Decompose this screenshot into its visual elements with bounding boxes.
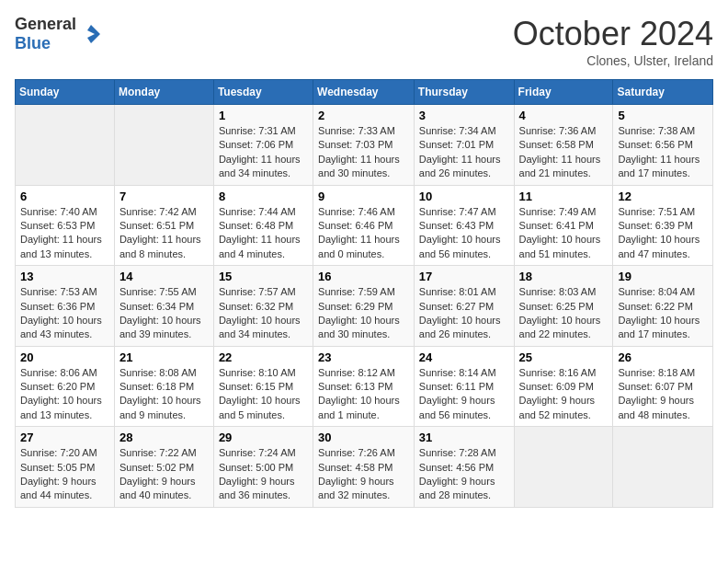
day-info: Sunrise: 8:04 AM Sunset: 6:22 PM Dayligh…	[618, 285, 708, 342]
header-monday: Monday	[114, 80, 213, 105]
calendar-cell: 29Sunrise: 7:24 AM Sunset: 5:00 PM Dayli…	[213, 427, 313, 508]
day-info: Sunrise: 7:59 AM Sunset: 6:29 PM Dayligh…	[318, 285, 409, 342]
calendar-cell	[114, 105, 213, 186]
day-info: Sunrise: 7:38 AM Sunset: 6:56 PM Dayligh…	[618, 124, 708, 181]
calendar-cell: 22Sunrise: 8:10 AM Sunset: 6:15 PM Dayli…	[213, 346, 313, 427]
day-number: 22	[219, 350, 308, 364]
calendar-cell: 26Sunrise: 8:18 AM Sunset: 6:07 PM Dayli…	[613, 346, 713, 427]
calendar-cell: 23Sunrise: 8:12 AM Sunset: 6:13 PM Dayli…	[313, 346, 415, 427]
day-info: Sunrise: 7:47 AM Sunset: 6:43 PM Dayligh…	[419, 205, 509, 262]
calendar-cell: 7Sunrise: 7:42 AM Sunset: 6:51 PM Daylig…	[114, 185, 213, 266]
page-header: General Blue October 2024 Clones, Ulster…	[15, 15, 713, 68]
header-thursday: Thursday	[414, 80, 514, 105]
day-info: Sunrise: 7:53 AM Sunset: 6:36 PM Dayligh…	[20, 285, 109, 342]
logo-general: General	[15, 15, 76, 33]
day-info: Sunrise: 7:49 AM Sunset: 6:41 PM Dayligh…	[519, 205, 609, 262]
day-info: Sunrise: 7:55 AM Sunset: 6:34 PM Dayligh…	[119, 285, 209, 342]
day-number: 13	[20, 270, 109, 283]
calendar-week-5: 27Sunrise: 7:20 AM Sunset: 5:05 PM Dayli…	[16, 427, 713, 508]
header-wednesday: Wednesday	[313, 80, 415, 105]
day-number: 8	[219, 190, 308, 203]
calendar-cell: 6Sunrise: 7:40 AM Sunset: 6:53 PM Daylig…	[16, 185, 115, 266]
calendar-cell	[514, 427, 613, 508]
month-title: October 2024	[513, 15, 713, 53]
calendar-cell: 19Sunrise: 8:04 AM Sunset: 6:22 PM Dayli…	[613, 266, 713, 347]
calendar-table: SundayMondayTuesdayWednesdayThursdayFrid…	[15, 79, 713, 508]
day-info: Sunrise: 7:26 AM Sunset: 4:58 PM Dayligh…	[318, 446, 409, 503]
day-info: Sunrise: 7:46 AM Sunset: 6:46 PM Dayligh…	[318, 205, 409, 262]
day-number: 28	[119, 431, 209, 444]
day-info: Sunrise: 7:31 AM Sunset: 7:06 PM Dayligh…	[219, 124, 308, 181]
day-info: Sunrise: 8:08 AM Sunset: 6:18 PM Dayligh…	[119, 366, 209, 423]
day-number: 4	[519, 109, 609, 122]
calendar-cell: 1Sunrise: 7:31 AM Sunset: 7:06 PM Daylig…	[213, 105, 313, 186]
day-number: 19	[618, 270, 708, 283]
calendar-week-1: 1Sunrise: 7:31 AM Sunset: 7:06 PM Daylig…	[16, 105, 713, 186]
day-number: 11	[519, 190, 609, 203]
day-number: 17	[419, 270, 509, 283]
day-number: 5	[618, 109, 708, 122]
day-info: Sunrise: 7:20 AM Sunset: 5:05 PM Dayligh…	[20, 446, 109, 503]
day-info: Sunrise: 7:44 AM Sunset: 6:48 PM Dayligh…	[219, 205, 308, 262]
day-number: 31	[419, 431, 509, 444]
day-info: Sunrise: 7:33 AM Sunset: 7:03 PM Dayligh…	[318, 124, 409, 181]
header-friday: Friday	[514, 80, 613, 105]
header-sunday: Sunday	[16, 80, 115, 105]
location-subtitle: Clones, Ulster, Ireland	[513, 53, 713, 68]
day-info: Sunrise: 8:12 AM Sunset: 6:13 PM Dayligh…	[318, 366, 409, 423]
day-info: Sunrise: 7:22 AM Sunset: 5:02 PM Dayligh…	[119, 446, 209, 503]
calendar-cell: 4Sunrise: 7:36 AM Sunset: 6:58 PM Daylig…	[514, 105, 613, 186]
day-number: 7	[119, 190, 209, 203]
calendar-cell: 12Sunrise: 7:51 AM Sunset: 6:39 PM Dayli…	[613, 185, 713, 266]
day-number: 24	[419, 350, 509, 364]
day-info: Sunrise: 7:42 AM Sunset: 6:51 PM Dayligh…	[119, 205, 209, 262]
day-number: 14	[119, 270, 209, 283]
day-number: 26	[618, 350, 708, 364]
calendar-cell: 27Sunrise: 7:20 AM Sunset: 5:05 PM Dayli…	[16, 427, 115, 508]
day-info: Sunrise: 7:51 AM Sunset: 6:39 PM Dayligh…	[618, 205, 708, 262]
day-number: 29	[219, 431, 308, 444]
logo: General Blue	[15, 15, 104, 53]
day-info: Sunrise: 7:28 AM Sunset: 4:56 PM Dayligh…	[419, 446, 509, 503]
calendar-header-row: SundayMondayTuesdayWednesdayThursdayFrid…	[16, 80, 713, 105]
day-number: 3	[419, 109, 509, 122]
calendar-week-4: 20Sunrise: 8:06 AM Sunset: 6:20 PM Dayli…	[16, 346, 713, 427]
day-info: Sunrise: 8:03 AM Sunset: 6:25 PM Dayligh…	[519, 285, 609, 342]
calendar-cell: 11Sunrise: 7:49 AM Sunset: 6:41 PM Dayli…	[514, 185, 613, 266]
logo-icon	[78, 21, 104, 47]
day-number: 9	[318, 190, 409, 203]
day-number: 30	[318, 431, 409, 444]
calendar-cell: 15Sunrise: 7:57 AM Sunset: 6:32 PM Dayli…	[213, 266, 313, 347]
title-area: October 2024 Clones, Ulster, Ireland	[513, 15, 713, 68]
header-saturday: Saturday	[613, 80, 713, 105]
calendar-cell	[16, 105, 115, 186]
calendar-week-3: 13Sunrise: 7:53 AM Sunset: 6:36 PM Dayli…	[16, 266, 713, 347]
calendar-cell: 31Sunrise: 7:28 AM Sunset: 4:56 PM Dayli…	[414, 427, 514, 508]
calendar-cell: 3Sunrise: 7:34 AM Sunset: 7:01 PM Daylig…	[414, 105, 514, 186]
day-info: Sunrise: 8:06 AM Sunset: 6:20 PM Dayligh…	[20, 366, 109, 423]
day-info: Sunrise: 8:14 AM Sunset: 6:11 PM Dayligh…	[419, 366, 509, 423]
day-info: Sunrise: 7:34 AM Sunset: 7:01 PM Dayligh…	[419, 124, 509, 181]
calendar-cell: 24Sunrise: 8:14 AM Sunset: 6:11 PM Dayli…	[414, 346, 514, 427]
calendar-cell: 30Sunrise: 7:26 AM Sunset: 4:58 PM Dayli…	[313, 427, 415, 508]
calendar-cell: 9Sunrise: 7:46 AM Sunset: 6:46 PM Daylig…	[313, 185, 415, 266]
day-number: 21	[119, 350, 209, 364]
calendar-cell: 28Sunrise: 7:22 AM Sunset: 5:02 PM Dayli…	[114, 427, 213, 508]
day-info: Sunrise: 8:18 AM Sunset: 6:07 PM Dayligh…	[618, 366, 708, 423]
day-number: 2	[318, 109, 409, 122]
day-number: 6	[20, 190, 109, 203]
day-number: 27	[20, 431, 109, 444]
day-info: Sunrise: 7:40 AM Sunset: 6:53 PM Dayligh…	[20, 205, 109, 262]
calendar-cell: 25Sunrise: 8:16 AM Sunset: 6:09 PM Dayli…	[514, 346, 613, 427]
calendar-cell: 2Sunrise: 7:33 AM Sunset: 7:03 PM Daylig…	[313, 105, 415, 186]
logo-blue: Blue	[15, 34, 51, 52]
header-tuesday: Tuesday	[213, 80, 313, 105]
calendar-cell: 20Sunrise: 8:06 AM Sunset: 6:20 PM Dayli…	[16, 346, 115, 427]
day-number: 1	[219, 109, 308, 122]
day-info: Sunrise: 7:24 AM Sunset: 5:00 PM Dayligh…	[219, 446, 308, 503]
day-number: 15	[219, 270, 308, 283]
day-number: 25	[519, 350, 609, 364]
day-info: Sunrise: 8:10 AM Sunset: 6:15 PM Dayligh…	[219, 366, 308, 423]
day-number: 18	[519, 270, 609, 283]
day-number: 12	[618, 190, 708, 203]
